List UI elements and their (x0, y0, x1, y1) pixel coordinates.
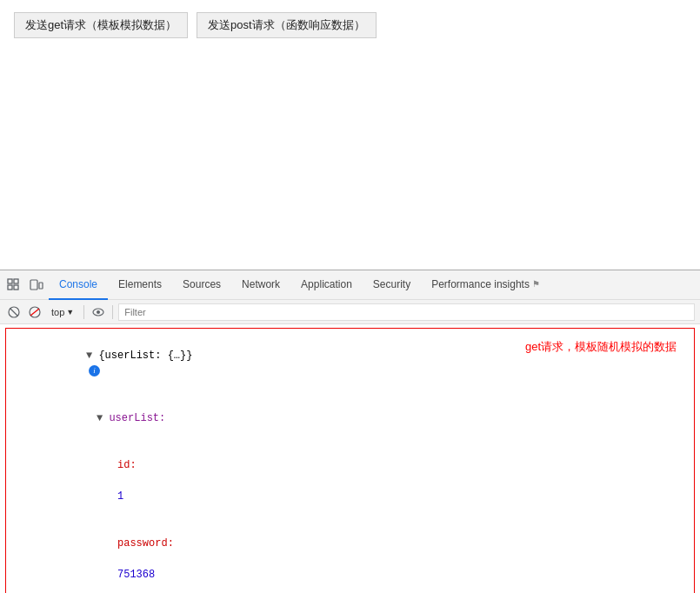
tab-console[interactable]: Console (49, 270, 108, 300)
svg-rect-5 (39, 283, 43, 289)
device-toggle-icon[interactable] (26, 275, 47, 296)
svg-rect-2 (14, 279, 18, 283)
console-summary-1[interactable]: ▼ {userList: {…}} i (23, 332, 689, 395)
svg-rect-0 (8, 279, 12, 283)
filter-toggle-button[interactable] (26, 303, 43, 321)
expand-arrow-userlist[interactable]: ▼ (97, 412, 109, 424)
password-value: 751368 (117, 569, 155, 581)
page-area: 发送get请求（模板模拟数据） 发送post请求（函数响应数据） (0, 0, 700, 270)
inspect-element-icon[interactable] (3, 275, 24, 296)
post-request-button[interactable]: 发送post请求（函数响应数据） (197, 12, 377, 38)
clear-console-button[interactable] (5, 303, 23, 321)
context-selector[interactable]: top ▼ (47, 304, 78, 320)
password-spacer (117, 553, 123, 565)
toolbar-divider (83, 305, 84, 319)
svg-rect-1 (8, 285, 12, 290)
tab-sources[interactable]: Sources (172, 270, 231, 300)
tab-security[interactable]: Security (363, 270, 421, 300)
svg-line-7 (10, 308, 18, 316)
filter-input[interactable] (118, 303, 695, 321)
console-output: ▼ {userList: {…}} i ▼ userList: id: 1 pa… (0, 324, 700, 593)
console-row-get-content: ▼ {userList: {…}} i ▼ userList: id: 1 pa… (6, 329, 694, 593)
tab-elements[interactable]: Elements (108, 270, 172, 300)
password-row: password: 751368 (23, 520, 689, 593)
userlist-label: ▼ userList: (23, 395, 689, 442)
svg-rect-3 (14, 285, 18, 290)
console-row-get: ▼ {userList: {…}} i ▼ userList: id: 1 pa… (5, 328, 695, 593)
performance-flag-icon: ⚑ (532, 279, 540, 289)
expand-arrow-1[interactable]: ▼ (86, 350, 98, 362)
context-label: top (51, 307, 64, 317)
tab-network[interactable]: Network (231, 270, 290, 300)
password-key: password: (117, 537, 174, 550)
tab-application[interactable]: Application (290, 270, 363, 300)
tab-performance-insights[interactable]: Performance insights ⚑ (421, 270, 550, 300)
id-spacer (117, 475, 123, 487)
context-dropdown-icon: ▼ (66, 308, 74, 316)
id-key: id: (117, 459, 137, 471)
console-toolbar: top ▼ (0, 300, 700, 324)
get-request-button[interactable]: 发送get请求（模板模拟数据） (14, 12, 188, 38)
id-value: 1 (117, 490, 123, 503)
devtools-tab-bar: Console Elements Sources Network Applica… (0, 270, 700, 300)
svg-point-11 (97, 310, 100, 314)
id-row: id: 1 (23, 442, 689, 520)
svg-rect-4 (30, 280, 37, 290)
info-icon-1: i (89, 365, 100, 376)
toolbar-divider2 (112, 305, 113, 319)
devtools-panel: Console Elements Sources Network Applica… (0, 270, 700, 593)
eye-icon-button[interactable] (90, 303, 107, 321)
svg-line-9 (30, 309, 39, 316)
summary-text-1: {userList: {…}} (98, 350, 192, 362)
